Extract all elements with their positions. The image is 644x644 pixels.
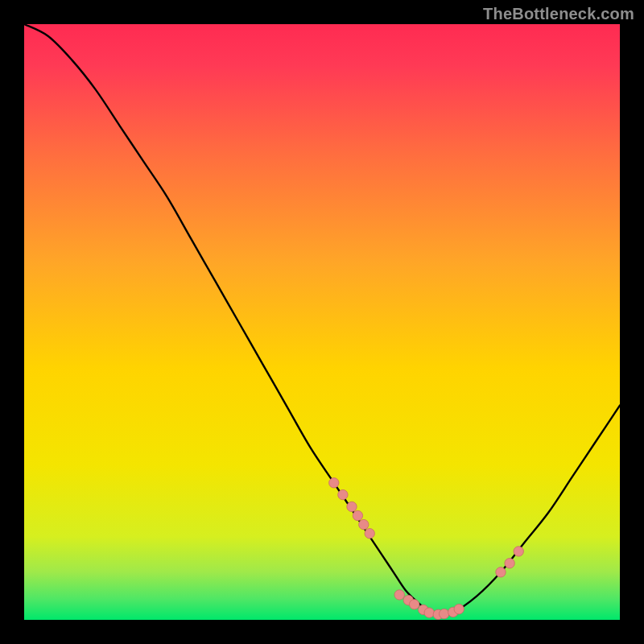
data-marker xyxy=(359,519,369,529)
data-marker xyxy=(347,502,357,511)
data-marker xyxy=(440,609,449,618)
data-marker xyxy=(505,559,514,568)
chart-container: TheBottleneck.com xyxy=(0,0,644,644)
plot-background xyxy=(24,24,620,620)
data-marker xyxy=(329,478,339,488)
bottleneck-plot xyxy=(24,24,620,620)
data-marker xyxy=(514,547,523,556)
data-marker xyxy=(338,489,348,499)
data-marker xyxy=(410,600,419,609)
data-marker xyxy=(353,510,362,520)
data-marker xyxy=(424,608,434,617)
data-marker xyxy=(394,590,404,600)
data-marker xyxy=(454,604,464,613)
data-marker xyxy=(365,529,374,539)
attribution-text: TheBottleneck.com xyxy=(483,5,634,23)
data-marker xyxy=(496,568,506,577)
